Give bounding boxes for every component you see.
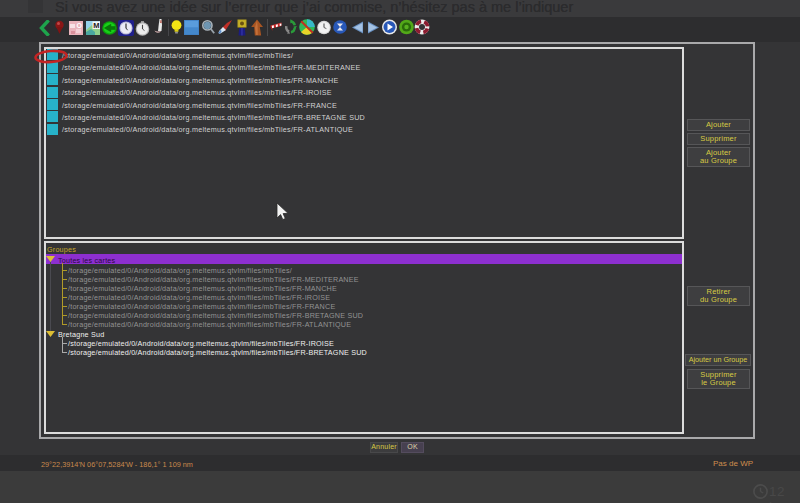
svg-text:M: M [93, 21, 99, 30]
svg-text:O: O [77, 22, 83, 29]
